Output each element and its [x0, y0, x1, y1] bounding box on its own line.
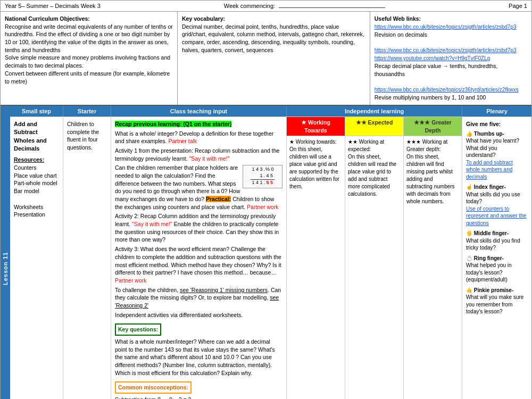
greater-depth-body: ★★★ Working at Greater depth:On this she…: [404, 136, 462, 399]
greater-depth-stars: ★★★: [414, 119, 431, 126]
week-commencing: Week commencing:: [224, 3, 385, 9]
working-towards-stars: ★: [301, 119, 308, 126]
plenary-pinkie: 🤙 Pinkie promise- What will you make sur…: [466, 287, 528, 315]
thumbs-link[interactable]: To add and subtract whole numbers and de…: [466, 160, 513, 180]
content-area: Small step Starter Class teaching input …: [10, 106, 531, 399]
page-wrapper: Year 5– Summer – Decimals Week 3 Week co…: [0, 0, 532, 399]
curriculum-box: National Curriculum Objectives: Recognis…: [1, 12, 178, 105]
teaching-p2: Activity 1 from the presentation: Recap …: [115, 147, 282, 162]
expected-stars: ★★: [356, 119, 368, 126]
header-small-step: Small step: [10, 106, 63, 117]
teaching-p6: Independent activities via differentiate…: [115, 311, 282, 319]
indep-body-row: ★ Working towards:On this sheet, childre…: [287, 136, 462, 399]
teaching-p4: Activity 3: What does the word efficient…: [115, 245, 282, 284]
resource-pvc: Place value chart: [14, 172, 59, 180]
column-headers: Small step Starter Class teaching input …: [10, 106, 531, 117]
resource-presentation: Presentation: [14, 211, 59, 219]
header-teaching: Class teaching input: [111, 106, 287, 117]
plenary-cell: Give me five: 👍 Thumbs up- What have you…: [462, 117, 531, 399]
small-step-title: Add and Subtract Wholes and Decimals: [14, 120, 59, 153]
ring-icon: 💍: [466, 255, 474, 261]
small-step-cell: Add and Subtract Wholes and Decimals Res…: [10, 117, 63, 399]
greater-depth-text: ★★★ Working at Greater depth:On this she…: [406, 139, 455, 204]
weblink-multiply: Revise multiplying numbers by 1, 10 and …: [375, 94, 486, 101]
header-independent: Independent learning: [287, 106, 462, 117]
expected-label: Expected: [368, 119, 393, 126]
resource-counters: Counters: [14, 164, 59, 172]
plenary-ring: 💍 Ring finger- What helped you in today'…: [466, 255, 528, 284]
index-icon: ☝: [466, 184, 474, 190]
independent-cell: ★ Working Towards ★★ Expected ★★★ Greate…: [287, 117, 462, 399]
working-towards-body: ★ Working towards:On this sheet, childre…: [287, 136, 345, 399]
main-grid: Lesson 11 Small step Starter Class teach…: [1, 106, 531, 399]
starter-cell: Children to complete the fluent in four …: [63, 117, 111, 399]
teaching-p1: What is a whole/ integer? Develop a defi…: [115, 130, 282, 145]
top-info-section: National Curriculum Objectives: Recognis…: [1, 12, 531, 106]
misconceptions-text: Subtracting from 0 → 0 – 2 = 2Subtractin…: [115, 396, 282, 399]
key-questions-text: What is a whole number/integer? Where ca…: [115, 338, 282, 377]
working-towards-label: Working Towards: [304, 119, 330, 134]
header-plenary: Plenary: [462, 106, 531, 117]
resource-bar: Bar model: [14, 187, 59, 195]
teaching-cell: Recap previous learning: (Q1 on the star…: [111, 117, 287, 399]
resources-section: Resources: Counters Place value chart Pa…: [14, 156, 59, 219]
vocabulary-label: Key vocabulary:: [182, 15, 225, 22]
lesson-label: Lesson 11: [1, 106, 10, 399]
weblink-1[interactable]: https://www.bbc.co.uk/bitesize/topics/zs…: [375, 24, 517, 30]
index-link[interactable]: Use of counters to represent and answer …: [466, 206, 526, 226]
weblinks-label: Useful Web links:: [375, 15, 421, 22]
expected-text: ★★ Working at expected:On this sheet, ch…: [348, 139, 396, 197]
weblink-recap: Recap decimal place value → tenths, hund…: [375, 63, 498, 77]
practical-label: Practical:: [206, 196, 231, 202]
indep-header-row: ★ Working Towards ★★ Expected ★★★ Greate…: [287, 117, 462, 136]
curriculum-text: Recognise and write decimal equivalents …: [5, 23, 173, 85]
thumbs-icon: 👍: [466, 131, 474, 137]
middle-icon: 🖐: [466, 230, 474, 236]
plenary-thumbs: 👍 Thumbs up- What have you learnt? What …: [466, 130, 528, 181]
misconceptions-label: Common misconceptions:: [115, 381, 192, 394]
greater-depth-header: ★★★ Greater Depth: [404, 117, 462, 136]
weblink-2[interactable]: https://www.bbc.co.uk/bitesize/topics/zs…: [375, 47, 517, 53]
page-title: Year 5– Summer – Decimals Week 3: [5, 3, 101, 9]
recap-header: Recap previous learning: (Q1 on the star…: [115, 120, 282, 128]
working-towards-header: ★ Working Towards: [287, 117, 345, 136]
resource-pwm: Part-whole model: [14, 179, 59, 187]
weblink-4[interactable]: https://www.bbc.co.uk/bitesize/topics/z3…: [375, 87, 519, 93]
plenary-middle: 🖐 Middle finger- What skills did you fin…: [466, 230, 528, 252]
recap-label: Recap previous learning: (Q1 on the star…: [115, 121, 231, 127]
expected-header: ★★ Expected: [345, 117, 404, 136]
key-questions-label: Key questions:: [115, 323, 161, 336]
header-starter: Starter: [63, 106, 111, 117]
resource-worksheets: Worksheets: [14, 203, 59, 211]
weblink-revision: Revision on decimals: [375, 31, 427, 38]
weblink-3[interactable]: https://www.youtube.com/watch?v=H9gTvIF0…: [375, 55, 491, 61]
weblinks-box: Useful Web links: https://www.bbc.co.uk/…: [370, 12, 531, 105]
expected-body: ★★ Working at expected:On this sheet, ch…: [345, 136, 404, 399]
page-header: Year 5– Summer – Decimals Week 3 Week co…: [1, 1, 531, 12]
teaching-p3: Activity 2: Recap Column addition and th…: [115, 212, 282, 244]
vocabulary-text: Decimal number, decimal point, tenths, h…: [182, 23, 364, 53]
plenary-title: Give me five:: [466, 120, 528, 128]
teaching-p5: To challenge the children, see 'Reasonin…: [115, 286, 282, 310]
pinkie-icon: 🤙: [466, 287, 474, 293]
curriculum-label: National Curriculum Objectives:: [5, 15, 90, 22]
page-number: Page 1: [509, 3, 527, 9]
resources-label: Resources:: [14, 156, 59, 164]
working-towards-text: ★ Working towards:On this sheet, childre…: [289, 139, 339, 189]
plenary-index: ☝ Index finger- What skills did you use …: [466, 184, 528, 227]
starter-text: Children to complete the fluent in four …: [67, 121, 99, 151]
week-line: [279, 7, 385, 8]
calculation-image: 1 4 3.% 0 1.4 5 1 4 1.5 5: [243, 165, 282, 188]
main-content-row: Add and Subtract Wholes and Decimals Res…: [10, 117, 531, 399]
vocabulary-box: Key vocabulary: Decimal number, decimal …: [178, 12, 370, 105]
